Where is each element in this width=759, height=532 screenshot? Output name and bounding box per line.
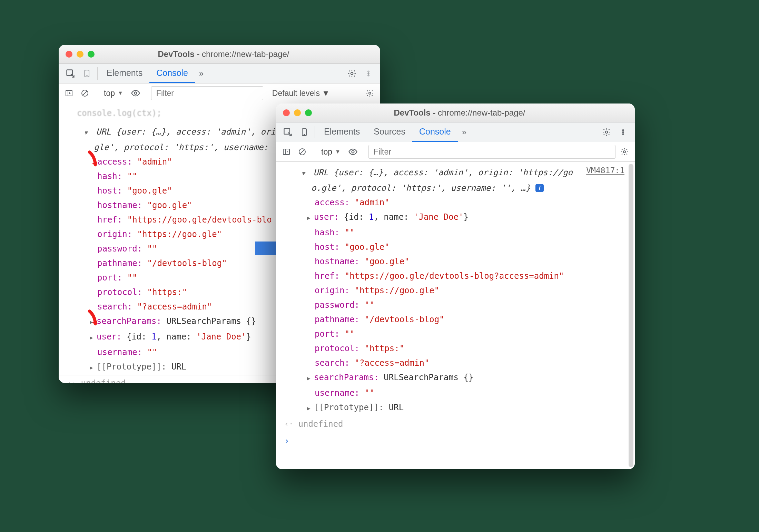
more-tabs-chevron-icon[interactable]: » [195,64,208,83]
svg-marker-23 [287,151,288,153]
live-expression-icon[interactable] [346,142,360,161]
info-badge-icon[interactable]: i [535,184,544,192]
svg-point-19 [622,131,623,132]
svg-point-13 [369,92,371,94]
settings-icon[interactable] [344,64,360,83]
prop-row-hash[interactable]: hash: "" [284,225,635,240]
svg-marker-9 [69,92,71,94]
console-filter-input[interactable] [156,88,259,98]
source-link[interactable]: VM4817:1 [586,164,624,177]
svg-line-11 [83,91,87,95]
prop-row-password[interactable]: password: "" [284,298,635,312]
svg-point-3 [351,72,353,75]
traffic-lights [283,109,312,116]
svg-point-17 [605,131,608,134]
return-icon: ‹· [284,417,294,431]
expand-triangle-icon[interactable] [307,371,314,385]
object-summary-line[interactable]: URL {user: {…}, access: 'admin', origin:… [284,165,635,181]
settings-icon[interactable] [598,122,615,142]
return-icon: ‹· [67,377,76,383]
svg-point-26 [352,151,354,153]
svg-point-20 [622,134,623,135]
live-expression-icon[interactable] [129,83,142,103]
expand-triangle-icon[interactable] [90,330,97,344]
console-toolbar: top▼ [276,142,635,162]
window-title: DevTools - chrome://new-tab-page/ [317,108,602,118]
prop-row-searchparams[interactable]: searchParams: URLSearchParams {} [284,370,635,386]
expand-triangle-icon[interactable] [307,210,314,225]
svg-point-5 [368,73,369,74]
prop-row-user[interactable]: user: {id: 1, name: 'Jane Doe'} [284,210,635,225]
expand-triangle-icon[interactable] [90,315,97,329]
execution-context-select[interactable]: top▼ [318,147,344,157]
sidebar-toggle-icon[interactable] [62,83,76,103]
inspect-element-icon[interactable] [62,64,79,83]
console-prompt[interactable]: › [276,432,635,450]
prop-row-pathname[interactable]: pathname: "/devtools-blog" [284,312,635,327]
close-window-button[interactable] [66,51,72,58]
prop-row-protocol[interactable]: protocol: "https:" [284,341,635,356]
prop-row-port[interactable]: port: "" [284,327,635,341]
tab-elements[interactable]: Elements [100,64,149,83]
window-titlebar: DevTools - chrome://new-tab-page/ [276,104,635,122]
devtools-tabbar: Elements Sources Console » [276,122,635,142]
window-titlebar: DevTools - chrome://new-tab-page/ [59,45,380,64]
expand-triangle-icon[interactable] [90,360,97,374]
zoom-window-button[interactable] [88,51,95,58]
svg-point-18 [622,130,623,131]
console-toolbar: top▼ Default levels▼ [59,83,380,103]
kebab-menu-icon[interactable] [360,64,377,83]
svg-point-4 [368,71,369,72]
return-value-row: ‹· undefined [276,416,635,432]
object-summary-line: o.gle', protocol: 'https:', username: ''… [284,181,635,195]
prop-row-prototype[interactable]: [[Prototype]]: URL [284,400,635,416]
prop-row-username[interactable]: username: "" [284,386,635,400]
tab-console[interactable]: Console [149,64,195,83]
svg-rect-21 [283,149,289,155]
console-settings-icon[interactable] [618,142,631,161]
more-tabs-chevron-icon[interactable]: » [458,122,471,142]
svg-point-27 [623,151,625,153]
devtools-tabbar: Elements Console » [59,64,380,83]
window-title: DevTools - chrome://new-tab-page/ [99,49,348,59]
sidebar-toggle-icon[interactable] [279,142,293,161]
separator [315,126,315,138]
console-filter-input[interactable] [373,147,611,157]
prop-row-search[interactable]: search: "?access=admin" [284,356,635,370]
prop-row-hostname[interactable]: hostname: "goo.gle" [284,254,635,269]
svg-rect-7 [66,90,72,96]
execution-context-select[interactable]: top▼ [100,89,127,98]
prop-row-host[interactable]: host: "goo.gle" [284,240,635,254]
svg-point-6 [368,75,369,76]
svg-point-12 [134,92,137,95]
expand-triangle-icon[interactable] [307,401,314,415]
svg-line-25 [300,150,304,154]
console-output[interactable]: VM4817:1 URL {user: {…}, access: 'admin'… [276,162,635,469]
prop-row-access[interactable]: access: "admin" [284,195,635,210]
kebab-menu-icon[interactable] [615,122,631,142]
console-filter-wrap[interactable] [368,145,615,159]
console-settings-icon[interactable] [363,83,377,103]
tab-sources[interactable]: Sources [367,122,412,142]
console-filter-wrap[interactable] [151,86,263,100]
minimize-window-button[interactable] [294,109,301,116]
expand-triangle-icon[interactable] [84,125,91,139]
prop-row-href[interactable]: href: "https://goo.gle/devtools-blog?acc… [284,269,635,283]
separator [97,67,98,80]
prop-row-origin[interactable]: origin: "https://goo.gle" [284,283,635,298]
inspect-element-icon[interactable] [279,122,296,142]
clear-console-icon[interactable] [295,142,309,161]
log-levels-select[interactable]: Default levels▼ [272,89,330,98]
tab-console[interactable]: Console [412,122,458,142]
clear-console-icon[interactable] [78,83,92,103]
traffic-lights [66,51,95,58]
tab-elements[interactable]: Elements [317,122,367,142]
minimize-window-button[interactable] [77,51,83,58]
zoom-window-button[interactable] [305,109,312,116]
devtools-window-after: DevTools - chrome://new-tab-page/ Elemen… [276,104,635,469]
expand-triangle-icon[interactable] [302,166,308,180]
device-toolbar-icon[interactable] [79,64,95,83]
close-window-button[interactable] [283,109,290,116]
device-toolbar-icon[interactable] [296,122,313,142]
